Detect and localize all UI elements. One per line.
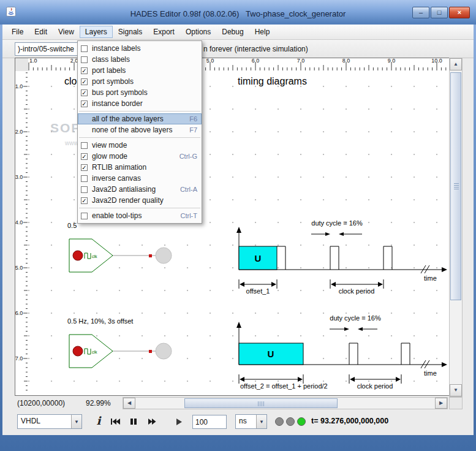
rewind-button[interactable] xyxy=(108,415,123,428)
window-title: HADES Editor 0.98f (08.02.06) Two-phase_… xyxy=(0,9,476,18)
horizontal-scrollbar-thumb[interactable] xyxy=(184,398,338,408)
dropdown-icon[interactable]: ▼ xyxy=(256,415,266,428)
layers-menu-item-port-symbols[interactable]: ✓port symbols xyxy=(78,76,202,87)
menubar-item-options[interactable]: Options xyxy=(180,26,216,38)
checkbox-checked-icon: ✓ xyxy=(81,197,88,204)
menu-item-shortcut: F7 xyxy=(189,126,197,134)
unit-select-value: ns xyxy=(236,415,256,428)
menubar-item-help[interactable]: Help xyxy=(249,26,276,38)
menubar-item-file[interactable]: File xyxy=(6,26,29,38)
layers-menu-item-java2d-render-quality[interactable]: ✓Java2D render quality xyxy=(78,195,202,206)
layers-menu-item-all-of-the-above-layers[interactable]: all of the above layersF6 xyxy=(78,113,202,124)
menubar-item-layers[interactable]: Layers xyxy=(80,26,113,38)
checkbox-checked-icon: ✓ xyxy=(81,100,88,107)
titlebar[interactable]: HADES Editor 0.98f (08.02.06) Two-phase_… xyxy=(0,0,476,25)
layers-menu-item-none-of-the-above-layers[interactable]: none of the above layersF7 xyxy=(78,124,202,135)
ruler-tick-label: 6.0 xyxy=(15,310,23,316)
ruler-tick-label: 7.0 xyxy=(297,58,305,64)
ruler-tick-label: 5.0 xyxy=(15,265,23,271)
wire-junction-1 xyxy=(149,254,152,257)
vertical-scrollbar[interactable]: ▲ ▼ xyxy=(449,58,463,397)
layers-menu-item-enable-tool-tips[interactable]: enable tool-tipsCtrl-T xyxy=(78,210,202,221)
menu-item-label: enable tool-tips xyxy=(92,211,175,220)
menu-item-shortcut: F6 xyxy=(189,115,197,123)
layers-menu-item-rtlib-animation[interactable]: ✓RTLIB animation xyxy=(78,162,202,173)
checkbox-unchecked-icon xyxy=(81,186,88,193)
menu-item-shortcut: Ctrl-A xyxy=(180,186,197,193)
menu-item-label: view mode xyxy=(92,141,191,150)
play-button[interactable] xyxy=(172,415,186,428)
fast-forward-icon xyxy=(148,418,157,425)
pause-icon xyxy=(130,418,137,425)
menubar-item-debug[interactable]: Debug xyxy=(216,26,249,38)
layers-menu-item-java2d-antialiasing[interactable]: Java2D antialiasingCtrl-A xyxy=(78,184,202,195)
layers-menu-item-view-mode[interactable]: view mode xyxy=(78,140,202,151)
ruler-tick-label: 6.0 xyxy=(252,58,260,64)
menu-item-label: instance border xyxy=(92,99,191,108)
checkbox-checked-icon: ✓ xyxy=(81,153,88,160)
ruler-tick-label: 1.0 xyxy=(15,83,23,89)
close-button[interactable]: × xyxy=(449,7,470,18)
horizontal-scrollbar[interactable]: ◀ ▶ xyxy=(123,397,448,409)
menu-separator xyxy=(79,137,200,138)
menu-item-label: bus port symbols xyxy=(92,88,191,97)
step-size-input[interactable] xyxy=(192,415,227,429)
menubar: FileEditViewLayersSignalsExportOptionsDe… xyxy=(2,25,474,40)
checkbox-unchecked-icon xyxy=(81,175,88,182)
zoom-level: 92.99% xyxy=(86,399,111,407)
menu-item-label: Java2D antialiasing xyxy=(92,185,174,194)
layers-menu-item-bus-port-symbols[interactable]: ✓bus port symbols xyxy=(78,87,202,98)
clock2-signal-dot xyxy=(73,346,83,356)
scroll-right-icon: ▶ xyxy=(439,401,443,406)
unit-select[interactable]: ns ▼ xyxy=(235,414,267,429)
status-led-3 xyxy=(297,417,306,426)
scroll-left-icon: ◀ xyxy=(127,401,131,406)
clock-generator-1[interactable]: 0.5 clk xyxy=(67,222,172,272)
fast-forward-button[interactable] xyxy=(145,415,159,428)
ruler-tick-label: 5.0 xyxy=(206,58,214,64)
menubar-item-signals[interactable]: Signals xyxy=(113,26,148,38)
maximize-button[interactable]: □ xyxy=(431,7,448,18)
status-led-2 xyxy=(286,417,295,426)
layers-menu-item-inverse-canvas[interactable]: inverse canvas xyxy=(78,173,202,184)
clock2-port-label: clk xyxy=(92,350,97,354)
dropdown-icon[interactable]: ▼ xyxy=(71,415,81,428)
layers-menu-item-port-labels[interactable]: ✓port labels xyxy=(78,65,202,76)
duty-cycle-label-2: duty cycle = 16% xyxy=(330,314,381,322)
mode-select-value: VHDL xyxy=(18,415,71,428)
output-led-1[interactable] xyxy=(156,248,172,263)
menu-item-label: none of the above layers xyxy=(92,126,183,134)
menu-item-shortcut: Ctrl-T xyxy=(181,212,198,219)
app-window: HADES Editor 0.98f (08.02.06) Two-phase_… xyxy=(0,0,476,451)
checkbox-checked-icon: ✓ xyxy=(81,164,88,171)
canvas-heading-right: timing diagrams xyxy=(238,76,307,86)
mode-select[interactable]: VHDL ▼ xyxy=(17,414,82,429)
menubar-item-view[interactable]: View xyxy=(53,26,80,38)
menu-item-label: port symbols xyxy=(92,77,191,86)
scroll-left-button[interactable]: ◀ xyxy=(123,398,135,409)
output-led-2[interactable] xyxy=(156,343,172,359)
offset1-label: offset_1 xyxy=(246,287,270,295)
scroll-down-button[interactable]: ▼ xyxy=(450,384,462,396)
menu-item-label: instance labels xyxy=(92,44,191,53)
thumb-grip-icon xyxy=(258,401,264,406)
layers-menu-item-class-labels[interactable]: class labels xyxy=(78,54,202,65)
layers-menu-item-instance-labels[interactable]: instance labels xyxy=(78,43,202,54)
vertical-scrollbar-thumb[interactable] xyxy=(450,72,461,300)
checkbox-unchecked-icon xyxy=(81,56,88,63)
menubar-item-edit[interactable]: Edit xyxy=(29,26,53,38)
checkbox-unchecked-icon xyxy=(81,142,88,149)
menu-item-label: class labels xyxy=(92,55,191,64)
layers-menu-item-instance-border[interactable]: ✓instance border xyxy=(78,98,202,109)
timing-diagram-2: duty cycle = 16% U time offset_2 = offse… xyxy=(236,314,447,390)
info-button[interactable]: i xyxy=(92,412,105,428)
pause-button[interactable] xyxy=(126,415,141,428)
scroll-right-button[interactable]: ▶ xyxy=(435,398,447,409)
timing-diagram-1: duty cycle = 16% U time offset_1 clock p… xyxy=(236,219,447,295)
scroll-up-button[interactable]: ▲ xyxy=(450,58,462,70)
clock-generator-2[interactable]: 0.5 Hz, 10%, 3s offset clk xyxy=(67,317,172,368)
menubar-item-export[interactable]: Export xyxy=(148,26,180,38)
layers-menu-item-glow-mode[interactable]: ✓glow modeCtrl-G xyxy=(78,151,202,162)
checkbox-unchecked-icon xyxy=(81,45,88,52)
minimize-button[interactable]: – xyxy=(412,7,429,18)
